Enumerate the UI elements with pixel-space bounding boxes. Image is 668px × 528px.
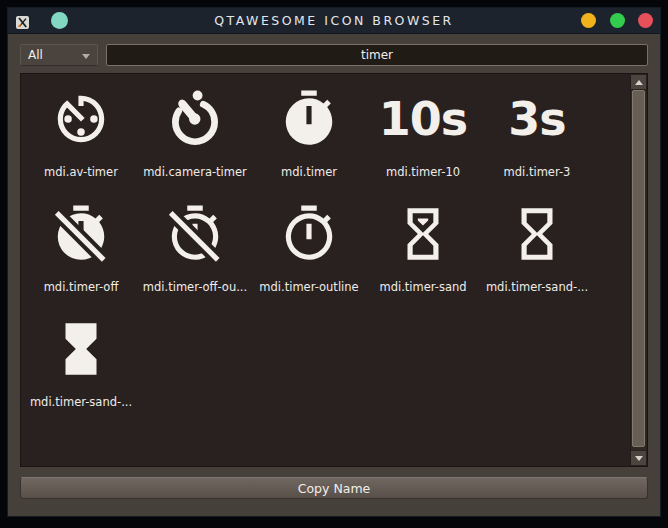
icon-cell-timer-sand[interactable]: mdi.timer-sand [366, 202, 480, 317]
icon-label: mdi.camera-timer [143, 165, 247, 179]
close-button[interactable] [638, 13, 653, 28]
timer-10-icon: 10s [391, 87, 455, 151]
toolbar: All [8, 34, 660, 73]
minimize-button[interactable] [581, 13, 596, 28]
vertical-scrollbar[interactable] [630, 75, 646, 465]
icon-cell-timer-10[interactable]: 10s mdi.timer-10 [366, 87, 480, 202]
scrollbar-up-button[interactable] [631, 75, 646, 90]
timer-3-icon: 3s [505, 87, 569, 151]
icon-label: mdi.timer-off [44, 280, 119, 294]
timer-sand-full-icon [49, 317, 113, 381]
icon-cell-timer-off-outline[interactable]: mdi.timer-off-ou... [138, 202, 252, 317]
icon-list-view[interactable]: mdi.av-timer mdi.camera-timer [20, 73, 648, 467]
app-window: QTAWESOME ICON BROWSER All mdi.av-timer [8, 8, 660, 516]
maximize-button[interactable] [610, 13, 625, 28]
arrow-up-icon [635, 80, 643, 85]
icon-cell-timer-sand-full[interactable]: mdi.timer-sand-... [24, 317, 138, 432]
timer-sand-empty-icon [505, 202, 569, 266]
icon-set-filter-dropdown[interactable]: All [20, 44, 98, 66]
titlebar[interactable]: QTAWESOME ICON BROWSER [8, 8, 660, 34]
av-timer-icon [49, 87, 113, 151]
filter-selected-value: All [28, 48, 43, 62]
icon-label: mdi.av-timer [44, 165, 118, 179]
timer-outline-icon [277, 202, 341, 266]
timer-sand-icon [391, 202, 455, 266]
icon-label: mdi.timer-off-ou... [143, 280, 247, 294]
icon-label: mdi.timer-10 [386, 165, 460, 179]
icon-cell-timer-outline[interactable]: mdi.timer-outline [252, 202, 366, 317]
camera-timer-icon [163, 87, 227, 151]
icon-label: mdi.timer-outline [259, 280, 358, 294]
timer-icon [277, 87, 341, 151]
window-title: QTAWESOME ICON BROWSER [8, 8, 660, 33]
copy-name-button[interactable]: Copy Name [20, 477, 648, 499]
scrollbar-down-button[interactable] [631, 450, 646, 465]
icon-cell-timer-3[interactable]: 3s mdi.timer-3 [480, 87, 594, 202]
icon-label: mdi.timer-3 [504, 165, 571, 179]
chevron-down-icon [82, 54, 90, 59]
icon-cell-av-timer[interactable]: mdi.av-timer [24, 87, 138, 202]
icon-cell-camera-timer[interactable]: mdi.camera-timer [138, 87, 252, 202]
icon-cell-timer-sand-empty[interactable]: mdi.timer-sand-... [480, 202, 594, 317]
icon-grid: mdi.av-timer mdi.camera-timer [21, 74, 647, 432]
timer-off-outline-icon [163, 202, 227, 266]
icon-cell-timer-off[interactable]: mdi.timer-off [24, 202, 138, 317]
icon-label: mdi.timer-sand [379, 280, 466, 294]
icon-label: mdi.timer [281, 165, 337, 179]
icon-label: mdi.timer-sand-... [30, 395, 132, 409]
timer-off-icon [49, 202, 113, 266]
icon-label: mdi.timer-sand-... [486, 280, 588, 294]
scrollbar-thumb[interactable] [632, 90, 645, 447]
icon-cell-timer[interactable]: mdi.timer [252, 87, 366, 202]
arrow-down-icon [635, 456, 643, 461]
search-input[interactable] [106, 44, 648, 66]
